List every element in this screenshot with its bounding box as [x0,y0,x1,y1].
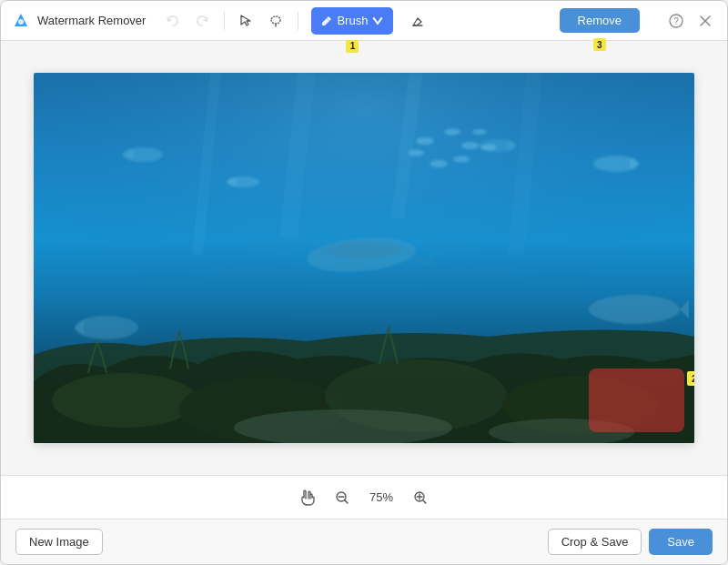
footer-right-buttons: Crop & Save Save [548,529,713,555]
svg-point-38 [52,373,197,428]
svg-text:2: 2 [692,373,694,384]
svg-point-29 [408,150,424,156]
zoom-bar: 75% [1,475,727,519]
image-canvas[interactable]: 2 [34,73,694,443]
crop-save-button[interactable]: Crop & Save [548,529,642,555]
zoom-out-button[interactable] [330,486,354,510]
svg-point-2 [271,16,280,24]
brush-label: Brush [337,14,368,27]
svg-point-24 [416,137,434,145]
app-title: Watermark Remover [37,14,146,27]
svg-text:?: ? [673,16,679,26]
titlebar: Watermark Remover [1,1,727,41]
svg-rect-44 [589,368,684,432]
lasso-tool-button[interactable] [263,8,288,34]
zoom-level-display: 75% [365,490,398,504]
new-image-button[interactable]: New Image [15,529,103,555]
svg-point-36 [75,316,138,339]
brush-badge-container: Brush 1 [311,7,393,35]
svg-point-30 [472,129,487,135]
underwater-image: 2 [34,73,694,443]
brush-button[interactable]: Brush [311,7,393,35]
svg-point-28 [430,160,448,167]
help-button[interactable]: ? [665,10,687,32]
save-button[interactable]: Save [649,529,713,555]
remove-button[interactable]: Remove [560,8,640,33]
zoom-in-button[interactable] [409,486,432,510]
selection-tool-button[interactable] [234,8,259,34]
svg-point-27 [453,156,470,163]
svg-point-31 [480,145,497,151]
remove-badge-container: Remove 3 [560,8,640,33]
footer: New Image Crop & Save Save [1,519,727,564]
step3-badge: 3 [593,38,606,51]
redo-button[interactable] [189,8,215,34]
svg-point-1 [18,19,24,25]
history-tools [160,8,215,34]
eraser-button[interactable] [404,7,431,35]
app-logo-icon [12,12,30,30]
undo-button[interactable] [160,8,186,34]
hand-tool-button[interactable] [296,486,319,510]
svg-point-25 [444,129,460,136]
selection-tools [234,8,288,34]
step1-badge: 1 [346,40,359,53]
close-button[interactable] [694,10,716,32]
svg-point-26 [461,142,480,149]
svg-line-53 [423,500,426,503]
svg-line-49 [345,500,348,503]
main-canvas-area: 2 [1,41,727,475]
